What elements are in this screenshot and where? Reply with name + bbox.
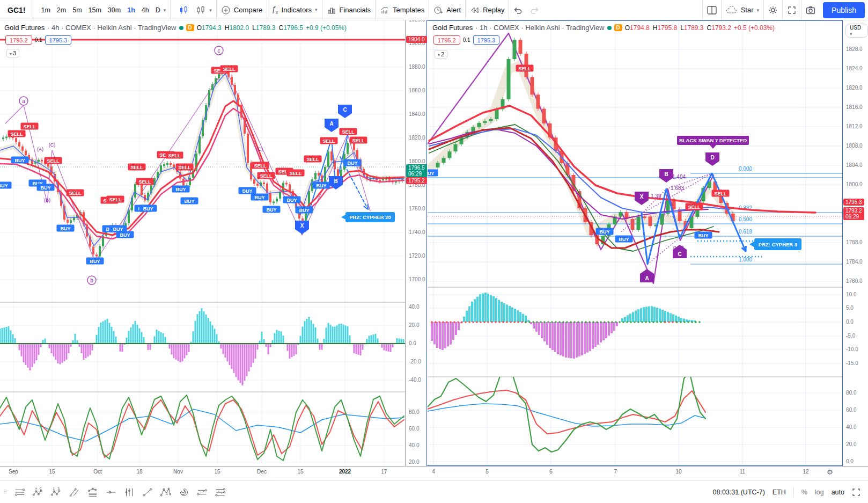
- chevron-down-icon[interactable]: ▾: [209, 8, 212, 13]
- pattern-point-C[interactable]: C: [673, 245, 687, 258]
- polyline-tool[interactable]: [84, 484, 102, 501]
- price-tick: 20.0: [409, 459, 419, 465]
- left-sell-quote[interactable]: 1795.2: [5, 35, 32, 45]
- time-axis-border: [0, 466, 868, 466]
- drag-handle[interactable]: ⠿: [0, 489, 11, 495]
- currency-chip[interactable]: USD ▾: [845, 24, 868, 38]
- svg-text:SELL: SELL: [518, 66, 531, 71]
- sell-tag: SELL: [712, 190, 730, 197]
- left-collapse-chip[interactable]: ▾3: [6, 49, 19, 57]
- elliott-wave-tool[interactable]: 15: [47, 484, 65, 501]
- buy-tag: BUY: [57, 225, 75, 232]
- right-chart-legend[interactable]: Gold Futures · 1h · COMEX · Heikin Ashi …: [432, 24, 775, 32]
- disjoint-channel-tool[interactable]: [211, 484, 230, 501]
- auto-scale-toggle[interactable]: auto: [832, 489, 844, 496]
- market-status-icon: [179, 26, 183, 30]
- timeframe-30m[interactable]: 30m: [105, 4, 124, 16]
- timeframe-5m[interactable]: 5m: [69, 4, 85, 16]
- redo-button[interactable]: [526, 4, 543, 17]
- templates-button[interactable]: Templates: [376, 3, 429, 17]
- chevron-down-icon[interactable]: ▾: [164, 8, 166, 13]
- timeframe-4h[interactable]: 4h: [138, 4, 152, 16]
- price-tick: 1740.0: [409, 229, 425, 235]
- pattern-point-A[interactable]: A: [640, 269, 654, 282]
- time-axis-label: 5: [476, 469, 498, 475]
- sell-tag: SELL: [304, 156, 322, 163]
- fullscreen-button[interactable]: [783, 3, 801, 18]
- pattern-point-A[interactable]: A: [325, 119, 339, 132]
- replay-button[interactable]: Replay: [466, 3, 509, 17]
- pattern-point-X[interactable]: X: [635, 192, 649, 205]
- svg-text:(A): (A): [37, 147, 43, 152]
- log-scale-toggle[interactable]: log: [815, 489, 824, 496]
- trend-line-tool[interactable]: [138, 484, 157, 501]
- svg-text:C: C: [678, 251, 681, 257]
- price-tick: -5.0: [846, 333, 855, 339]
- undo-button[interactable]: [509, 4, 526, 17]
- settings-button[interactable]: [764, 3, 782, 18]
- time-axis-label: 15: [290, 469, 311, 475]
- alert-button[interactable]: Alert: [429, 3, 465, 17]
- horizontal-lines-tool[interactable]: [11, 484, 29, 501]
- clock[interactable]: 08:03:31 (UTC-7): [713, 489, 765, 496]
- price-tick: 1804.0: [846, 162, 863, 168]
- daily-badge: D: [614, 24, 622, 31]
- svg-text:1.000: 1.000: [739, 257, 752, 263]
- buy-tag: BUY: [296, 207, 313, 214]
- svg-text:SELL: SELL: [352, 138, 365, 143]
- pattern-point-C[interactable]: C: [338, 105, 352, 118]
- svg-text:1.404: 1.404: [672, 174, 686, 180]
- buy-tag: BUY: [695, 232, 712, 239]
- pattern-point-D[interactable]: D: [705, 152, 719, 166]
- sell-tag: SELL: [220, 65, 238, 72]
- xabcd-pattern-tool[interactable]: C: [157, 484, 175, 501]
- left-chart-legend[interactable]: Gold Futures · 4h · COMEX · Heikin Ashi …: [4, 24, 347, 32]
- svg-text:B: B: [334, 178, 337, 184]
- horizontal-ray-tool[interactable]: [102, 484, 120, 501]
- publish-button[interactable]: Publish: [823, 2, 865, 18]
- timeframe-d[interactable]: D: [152, 4, 164, 16]
- timeframe-15m[interactable]: 15m: [85, 4, 105, 16]
- financials-button[interactable]: Financials: [322, 3, 376, 17]
- left-buy-quote[interactable]: 1795.3: [45, 35, 72, 45]
- svg-text:A: A: [645, 275, 649, 281]
- screenshot-button[interactable]: [801, 3, 820, 18]
- pattern-point-X[interactable]: X: [295, 221, 309, 234]
- price-tick: 1720.0: [409, 253, 425, 259]
- buy-tag: BUY: [596, 228, 614, 235]
- symbol-name[interactable]: GC1!: [0, 6, 33, 14]
- timeframe-2m[interactable]: 2m: [54, 4, 69, 16]
- parallel-channel-tool[interactable]: [193, 484, 211, 501]
- timeframe-1m[interactable]: 1m: [38, 4, 53, 16]
- percent-scale-toggle[interactable]: %: [801, 489, 807, 496]
- svg-text:SELL: SELL: [138, 179, 151, 185]
- svg-text:SELL: SELL: [289, 171, 302, 176]
- right-collapse-chip[interactable]: ▾2: [435, 50, 447, 59]
- abcd-pattern-tool[interactable]: AC: [29, 484, 47, 501]
- maximize-icon[interactable]: [852, 488, 860, 497]
- right-stochastic-pane: [428, 369, 705, 452]
- right-sell-quote[interactable]: 1795.2: [433, 35, 460, 45]
- chart-style-icon[interactable]: [192, 3, 209, 17]
- compare-button[interactable]: Compare: [217, 3, 267, 17]
- candles-style-icon[interactable]: [175, 3, 192, 17]
- indicators-button[interactable]: ƒx Indicators ▾: [267, 3, 321, 17]
- right-price-axis[interactable]: USD ▾ 1828.01824.01820.01816.01812.01808…: [843, 20, 868, 466]
- buy-tag: BUY: [239, 187, 256, 194]
- session-toggle[interactable]: ETH: [773, 489, 786, 496]
- right-buy-quote[interactable]: 1795.3: [473, 35, 500, 45]
- layout-button[interactable]: [703, 3, 721, 18]
- cycle-lines-tool[interactable]: [175, 484, 193, 501]
- pattern-point-B[interactable]: B: [659, 169, 673, 183]
- timeframe-1h[interactable]: 1h: [124, 4, 138, 16]
- pattern-point-B[interactable]: B: [329, 176, 343, 189]
- time-axis-gear-icon[interactable]: ⚙: [827, 468, 833, 476]
- time-axis-label: 11: [732, 469, 753, 475]
- save-layout-button[interactable]: Star ▾: [722, 4, 763, 17]
- svg-text:BUY: BUY: [113, 227, 123, 232]
- left-price-axis[interactable]: 1920.01900.01880.01860.01840.01820.01800…: [406, 20, 426, 466]
- trend-lines-tool[interactable]: [65, 484, 84, 501]
- vertical-lines-tool[interactable]: [120, 484, 138, 501]
- buy-tag: BUY: [29, 180, 47, 187]
- svg-text:(C): (C): [256, 147, 263, 152]
